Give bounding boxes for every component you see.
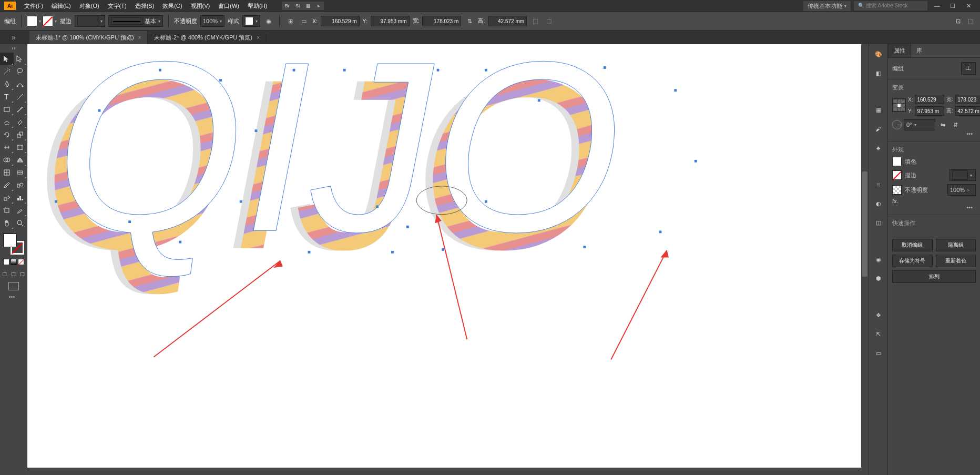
align-icon[interactable]: ⊞ (285, 16, 295, 26)
opacity-dropdown[interactable]: 100%> (947, 184, 976, 196)
horizontal-scrollbar[interactable] (27, 468, 861, 475)
shape-mode-icon[interactable]: ⬚ (530, 16, 540, 26)
none-mode-icon[interactable] (18, 259, 24, 265)
menu-type[interactable]: 文字(T) (104, 1, 131, 12)
w-input[interactable] (422, 16, 461, 26)
bridge-button[interactable]: Br (282, 2, 292, 10)
menu-edit[interactable]: 编辑(E) (47, 1, 75, 12)
graphic-styles-panel-icon[interactable]: ⬢ (873, 272, 884, 284)
link-wh-icon[interactable]: ⇅ (464, 16, 475, 26)
more-options-button[interactable]: ••• (892, 130, 976, 137)
recolor-button[interactable]: 重新着色 (936, 255, 976, 267)
isolate-icon[interactable]: ⊡ (953, 16, 963, 26)
menu-view[interactable]: 视图(V) (187, 1, 215, 12)
transparency-panel-icon[interactable]: ◫ (873, 217, 884, 228)
stroke-profile-dropdown[interactable]: 基本▾ (108, 15, 163, 27)
blend-tool[interactable] (14, 179, 27, 191)
fill-indicator[interactable] (3, 234, 17, 247)
draw-normal-icon[interactable]: ◻ (0, 268, 9, 279)
rectangle-tool[interactable] (0, 103, 14, 116)
color-panel-icon[interactable]: 🎨 (873, 48, 884, 60)
mesh-tool[interactable] (0, 166, 14, 179)
rotate-dropdown[interactable]: 0°▾ (904, 119, 935, 130)
y-input[interactable] (371, 16, 410, 26)
menu-effect[interactable]: 效果(C) (158, 1, 186, 12)
w-input[interactable] (955, 95, 980, 104)
vertical-scrollbar[interactable] (861, 44, 869, 468)
ungroup-button[interactable]: 取消编组 (892, 239, 933, 251)
edit-contents-icon[interactable]: ⬚ (965, 16, 976, 26)
stroke-weight-dropdown[interactable]: ▾ (75, 15, 105, 27)
transform-panel-button[interactable]: 工 (961, 62, 976, 75)
tabs-chevron-icon[interactable]: » (12, 33, 16, 42)
fill-swatch[interactable] (892, 157, 902, 166)
recolor-icon[interactable]: ◉ (263, 16, 274, 26)
draw-behind-icon[interactable]: ◻ (9, 268, 18, 279)
h-input[interactable] (488, 16, 527, 26)
save-as-symbol-button[interactable]: 存储为符号 (892, 255, 933, 267)
width-tool[interactable] (0, 141, 14, 154)
stroke-weight-dropdown[interactable]: ▾ (950, 169, 976, 181)
scale-tool[interactable] (14, 128, 27, 141)
zoom-tool[interactable] (14, 217, 27, 229)
rotate-tool[interactable] (0, 128, 14, 141)
gradient-panel-icon[interactable]: ◐ (873, 198, 884, 209)
symbol-sprayer-tool[interactable] (0, 191, 14, 204)
workspace-dropdown[interactable]: 传统基本功能 ▾ (803, 1, 851, 11)
appearance-panel-icon[interactable]: ◉ (873, 254, 884, 265)
menu-object[interactable]: 对象(O) (75, 1, 104, 12)
arrange-button[interactable]: 排列 (892, 270, 976, 283)
close-icon[interactable]: × (138, 35, 141, 41)
properties-tab[interactable]: 属性 (888, 44, 911, 57)
h-input[interactable] (955, 106, 980, 116)
fill-stroke-indicator[interactable] (3, 234, 24, 255)
swatches-panel-icon[interactable]: ▦ (873, 104, 884, 116)
hand-tool[interactable] (0, 217, 14, 229)
fill-swatch[interactable] (27, 16, 37, 26)
isolate-group-button[interactable]: 隔离组 (936, 239, 976, 251)
opacity-dropdown[interactable]: 100%▾ (200, 15, 224, 27)
screen-mode-button[interactable] (8, 282, 19, 290)
x-input[interactable] (915, 95, 944, 104)
shaper-tool[interactable] (0, 116, 14, 128)
close-icon[interactable]: × (257, 35, 260, 41)
libraries-tab[interactable]: 库 (911, 44, 927, 57)
reference-point-selector[interactable] (892, 98, 906, 112)
gradient-mode-icon[interactable] (11, 259, 17, 265)
brushes-panel-icon[interactable]: 🖌 (873, 123, 884, 135)
scrollbar-thumb[interactable] (862, 171, 867, 277)
selection-tool[interactable] (0, 53, 14, 65)
curvature-tool[interactable] (14, 78, 27, 90)
color-guide-panel-icon[interactable]: ◧ (873, 67, 884, 79)
lasso-tool[interactable] (14, 65, 27, 78)
arrange-docs-button[interactable]: ▦ (303, 2, 313, 10)
eraser-tool[interactable] (14, 116, 27, 128)
x-input[interactable] (321, 16, 360, 26)
chevron-down-icon[interactable]: ▾ (39, 19, 41, 24)
line-tool[interactable] (14, 90, 27, 103)
column-graph-tool[interactable] (14, 191, 27, 204)
edit-toolbar-button[interactable]: ••• (0, 294, 27, 300)
menu-window[interactable]: 窗口(W) (214, 1, 243, 12)
eyedropper-tool[interactable] (0, 179, 14, 191)
artwork[interactable]: QIJO QIJO QIJO (27, 44, 861, 468)
layers-panel-icon[interactable]: ❖ (873, 309, 884, 321)
stroke-swatch[interactable] (892, 170, 902, 180)
draw-inside-icon[interactable]: ◻ (18, 268, 27, 279)
canvas-area[interactable]: QIJO QIJO QIJO (27, 44, 869, 475)
maximize-button[interactable]: ☐ (946, 1, 959, 11)
paintbrush-tool[interactable] (14, 103, 27, 116)
document-tab[interactable]: 未标题-1* @ 100% (CMYK/GPU 预览) × (29, 31, 148, 44)
pen-tool[interactable] (0, 78, 14, 90)
color-mode-icon[interactable] (3, 259, 9, 265)
fx-button[interactable]: fx. (892, 198, 899, 204)
shape-mode-icon2[interactable]: ⬚ (544, 16, 554, 26)
direct-selection-tool[interactable] (14, 53, 27, 65)
document-tab[interactable]: 未标题-2* @ 400% (CMYK/GPU 预览) × (148, 31, 266, 44)
stroke-swatch[interactable] (43, 16, 53, 26)
slice-tool[interactable] (14, 204, 27, 217)
stroke-weight-input[interactable] (952, 170, 968, 180)
chevron-down-icon[interactable]: ▾ (55, 19, 57, 24)
flip-horizontal-icon[interactable]: ⇋ (937, 119, 948, 130)
menu-file[interactable]: 文件(F) (20, 1, 47, 12)
